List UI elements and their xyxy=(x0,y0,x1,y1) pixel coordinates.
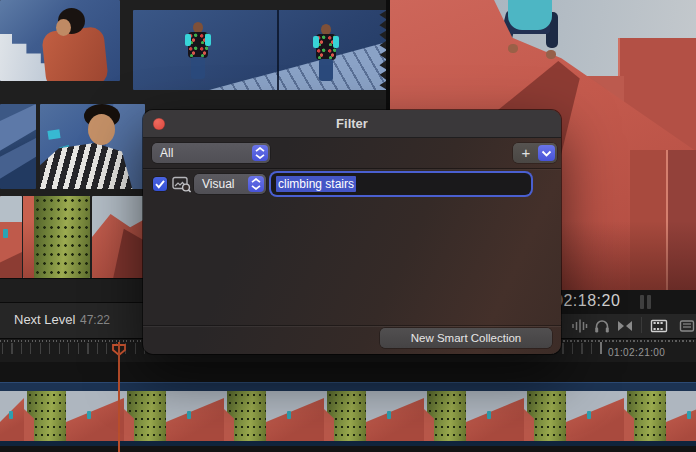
cactus-shape xyxy=(34,196,90,278)
add-rule-menu-button[interactable] xyxy=(538,145,555,161)
timecode-value: 02:18:20 xyxy=(554,292,620,310)
pause-bar-icon xyxy=(640,295,644,309)
fcp-window: 02:18:20 Next Level ⌄ 47:22 01: xyxy=(0,0,696,452)
clip-appearance-icon[interactable] xyxy=(650,317,668,335)
visual-query-input[interactable]: climbing stairs xyxy=(271,173,531,195)
visual-query-selected-text: climbing stairs xyxy=(276,176,356,192)
rule-type-value: Visual xyxy=(202,174,234,194)
pause-bar-icon xyxy=(647,295,651,309)
dialog-title: Filter xyxy=(143,110,561,138)
dialog-divider xyxy=(143,325,561,326)
clip-filmstrip-floral-shirt[interactable] xyxy=(133,10,386,90)
scope-dropdown-value: All xyxy=(160,143,173,163)
audio-skimming-icon[interactable] xyxy=(570,317,588,335)
rule-type-dropdown[interactable]: Visual xyxy=(194,174,266,194)
filter-dialog: Filter All + Visual c xyxy=(143,110,561,354)
person-body xyxy=(41,26,109,81)
visual-analysis-icon xyxy=(172,176,192,193)
ruler-timecode: 01:02:21:00 xyxy=(608,347,665,358)
person-figure xyxy=(185,22,211,80)
clip-thumbnail-striped-shirt[interactable] xyxy=(40,104,145,189)
clip-thumbnail-red-architecture[interactable] xyxy=(92,196,145,278)
person-hand xyxy=(546,50,556,59)
ruler-marker-tick xyxy=(600,342,602,354)
clip-thumbnail-red-shirt[interactable] xyxy=(0,0,120,81)
clip-thumbnail-blue-stairs[interactable] xyxy=(0,104,36,189)
clip-thumbnail-red-arch[interactable] xyxy=(0,196,22,278)
dialog-divider xyxy=(143,168,561,169)
timeline-index-icon[interactable] xyxy=(678,317,696,335)
clip-filmstrip xyxy=(0,391,696,441)
popup-stepper-icon xyxy=(252,145,268,161)
dialog-titlebar[interactable]: Filter xyxy=(143,110,561,138)
new-smart-collection-button[interactable]: New Smart Collection xyxy=(380,328,552,348)
add-rule-group: + xyxy=(513,143,557,163)
playhead-line[interactable] xyxy=(118,342,120,452)
screen-shape xyxy=(47,129,60,140)
clip-header-bar xyxy=(0,382,696,391)
person-face xyxy=(56,19,71,36)
stairs-shape xyxy=(133,10,386,90)
rule-enabled-checkbox[interactable] xyxy=(153,177,167,191)
project-duration: 47:22 xyxy=(80,313,110,327)
add-rule-button[interactable]: + xyxy=(513,143,539,163)
person-figure xyxy=(313,24,339,82)
clip-thumbnail-cactus[interactable] xyxy=(23,196,90,278)
tiny-person xyxy=(3,229,8,238)
person-hand xyxy=(508,44,518,53)
person-face xyxy=(88,114,115,145)
timeline-track xyxy=(0,362,696,452)
scope-dropdown[interactable]: All xyxy=(152,143,270,163)
chevron-down-icon[interactable]: ⌄ xyxy=(64,312,73,325)
solo-headphones-icon[interactable] xyxy=(593,317,611,335)
clip-footer-bar xyxy=(0,441,696,446)
popup-stepper-icon xyxy=(248,176,264,192)
frame-divider xyxy=(277,10,279,90)
toolbar-divider xyxy=(641,317,642,333)
snapping-icon[interactable] xyxy=(616,317,634,335)
timeline-clip[interactable] xyxy=(0,382,696,446)
checkmark-icon xyxy=(153,177,167,191)
